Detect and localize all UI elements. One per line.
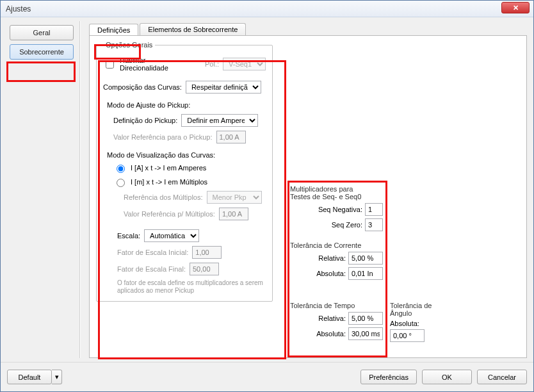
title-tol-tempo: Tolerância de Tempo xyxy=(290,302,383,309)
preferencias-button[interactable]: Preferências xyxy=(360,370,417,384)
nav-sobrecorrente[interactable]: Sobrecorrente xyxy=(10,44,74,60)
highlight-sobrecorrente xyxy=(6,61,76,82)
input-tolcorr-abs[interactable] xyxy=(348,267,383,280)
input-fef[interactable] xyxy=(190,263,219,275)
group-opcoes-gerais: Opções Gerais Habilitar Direcionalidade … xyxy=(96,41,273,302)
select-composicao[interactable]: Respeitar definição xyxy=(186,81,261,94)
label-escala: Escala: xyxy=(117,232,140,240)
group-tol-tempo: Tolerância de Tempo Relativa: Absoluta: xyxy=(290,302,383,343)
label-fef: Fator de Escala Final: xyxy=(117,265,186,273)
title-tol-angulo: Tolerância de Ângulo xyxy=(390,302,441,317)
close-icon: ✕ xyxy=(513,4,519,12)
close-button[interactable]: ✕ xyxy=(501,2,530,13)
client-area: Geral Sobrecorrente Definições Elementos… xyxy=(1,17,533,391)
nav-general[interactable]: Geral xyxy=(10,25,74,40)
checkbox-habilitar-dir[interactable] xyxy=(106,60,114,69)
label-valref-mult: Valor Referência p/ Múltiplos: xyxy=(124,210,215,218)
group-multiplicadores: Multiplicadores para Testes de Seq- e Se… xyxy=(290,185,383,234)
group-tol-corrente: Tolerância de Corrente Relativa: Absolut… xyxy=(290,241,383,282)
label-modo-pickup: Modo de Ajuste do Pickup: xyxy=(107,101,266,109)
label-tolcorr-abs: Absoluta: xyxy=(316,270,346,277)
label-def-pickup: Definição do Pickup: xyxy=(113,117,177,124)
vertical-divider-light xyxy=(80,21,81,358)
select-escala[interactable]: Automática xyxy=(144,229,199,242)
input-fei[interactable] xyxy=(192,246,222,259)
input-tolcorr-rel[interactable] xyxy=(348,252,383,265)
label-fei: Fator de Escala Inicial: xyxy=(117,249,188,256)
titlebar: Ajustes ✕ xyxy=(1,1,533,17)
settings-window: Ajustes ✕ Geral Sobrecorrente Definições… xyxy=(0,0,534,392)
label-toltemp-abs: Absoluta: xyxy=(316,330,346,338)
label-toltemp-rel: Relativa: xyxy=(318,314,346,322)
note-escala: O fator de escala define os multiplicado… xyxy=(117,279,264,295)
select-def-pickup[interactable]: Definir em Amperes xyxy=(181,114,258,127)
tab-definicoes[interactable]: Definições xyxy=(89,24,138,36)
window-title: Ajustes xyxy=(6,4,31,13)
select-pol[interactable]: V-Seq1 xyxy=(223,58,266,70)
label-seq-zero: Seq Zero: xyxy=(290,221,362,229)
legend-opcoes: Opções Gerais xyxy=(103,41,155,49)
input-tolang-abs[interactable] xyxy=(390,329,425,342)
ok-button[interactable]: OK xyxy=(422,370,472,384)
label-pol: Pol.: xyxy=(205,60,219,68)
radio-viz-mult[interactable] xyxy=(117,179,125,187)
label-viz-mult: I [m] x t -> I em Múltiplos xyxy=(131,178,207,186)
input-seq-neg[interactable] xyxy=(365,203,383,216)
radio-viz-amp[interactable] xyxy=(117,165,125,173)
tab-strip: Definições Elementos de Sobrecorrente xyxy=(89,21,527,35)
input-ref-pickup[interactable] xyxy=(216,131,246,143)
label-modo-viz: Modo de Visualização das Curvas: xyxy=(107,151,266,159)
label-ref-pickup: Valor Referência para o Pickup: xyxy=(113,133,213,141)
tab-elementos[interactable]: Elementos de Sobrecorrente xyxy=(140,23,246,35)
input-valref-mult[interactable] xyxy=(219,208,248,220)
label-ref-mult: Referência dos Múltiplos: xyxy=(124,193,203,201)
input-toltemp-abs[interactable] xyxy=(348,327,383,340)
left-nav: Geral Sobrecorrente xyxy=(7,21,76,63)
select-ref-mult[interactable]: Menor Pkp xyxy=(207,191,262,204)
bottom-bar: Default ▾ Preferências OK Cancelar xyxy=(1,362,533,391)
label-tolang-abs: Absoluta: xyxy=(390,320,451,327)
label-viz-amp: I [A] x t -> I em Amperes xyxy=(131,164,206,172)
title-tol-corrente: Tolerância de Corrente xyxy=(290,241,383,249)
label-seq-neg: Seq Negativa: xyxy=(290,206,362,213)
cancel-button[interactable]: Cancelar xyxy=(477,370,527,384)
group-tol-angulo: Tolerância de Ângulo Absoluta: xyxy=(390,302,451,342)
label-composicao: Composição das Curvas: xyxy=(103,83,182,91)
input-toltemp-rel[interactable] xyxy=(348,312,383,325)
label-tolcorr-rel: Relativa: xyxy=(318,254,346,262)
title-multiplicadores: Multiplicadores para Testes de Seq- e Se… xyxy=(290,185,373,200)
default-dropdown-arrow[interactable]: ▾ xyxy=(52,370,62,384)
label-habilitar-dir: Habilitar Direcionalidade xyxy=(120,56,187,72)
input-seq-zero[interactable] xyxy=(365,218,383,231)
default-button[interactable]: Default ▾ xyxy=(7,370,52,384)
chevron-down-icon: ▾ xyxy=(55,373,59,381)
